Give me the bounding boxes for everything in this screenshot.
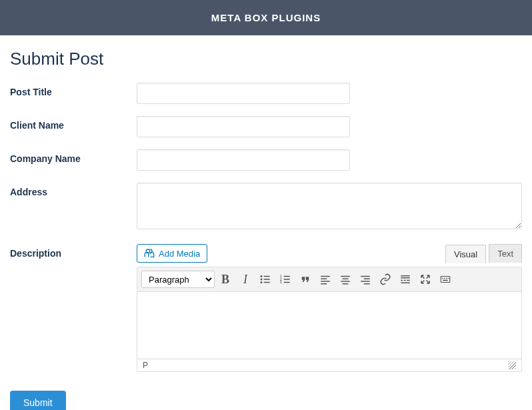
svg-rect-4 [264,279,270,280]
editor-toolbar: Paragraph B I 123 [137,267,521,292]
svg-rect-15 [321,281,330,282]
header-title: META BOX PLUGINS [211,12,321,23]
svg-rect-34 [446,278,447,279]
svg-point-5 [261,281,263,283]
post-title-input[interactable] [137,83,350,104]
align-right-icon [359,273,371,285]
page-title: Submit Post [10,49,522,69]
align-right-button[interactable] [356,270,375,289]
svg-rect-13 [321,276,330,277]
align-left-button[interactable] [316,270,335,289]
resize-handle[interactable] [508,361,516,369]
keyboard-icon [439,273,451,285]
svg-rect-23 [361,281,370,282]
editor-path: P [143,361,148,370]
svg-rect-25 [401,275,410,277]
svg-rect-33 [444,278,445,279]
bullet-list-icon [259,273,271,285]
svg-rect-30 [401,283,410,284]
svg-rect-27 [401,280,403,281]
media-icon [144,248,155,259]
italic-button[interactable]: I [236,270,255,289]
svg-rect-22 [364,279,370,280]
svg-rect-20 [343,283,349,285]
company-name-label: Company Name [10,149,137,164]
svg-rect-35 [448,278,449,279]
svg-rect-32 [442,278,443,279]
svg-rect-16 [321,283,327,285]
editor-status-bar: P [137,359,521,371]
svg-point-3 [261,279,263,281]
quote-icon [299,273,311,285]
link-icon [379,273,391,285]
align-center-button[interactable] [336,270,355,289]
blockquote-button[interactable] [296,270,315,289]
client-name-label: Client Name [10,116,137,131]
field-company-name: Company Name [10,149,522,171]
add-media-label: Add Media [159,249,200,259]
svg-text:3: 3 [280,280,282,284]
svg-rect-28 [404,280,406,281]
svg-point-1 [261,275,263,277]
fullscreen-button[interactable] [416,270,435,289]
main-content: Submit Post Post Title Client Name Compa… [0,35,532,410]
svg-rect-2 [264,276,270,277]
add-media-button[interactable]: Add Media [137,244,207,263]
submit-button[interactable]: Submit [10,391,66,410]
field-description: Description Add Media Visual Text Paragr… [10,244,522,372]
fullscreen-icon [419,273,431,285]
link-button[interactable] [376,270,395,289]
svg-rect-18 [343,279,349,280]
post-title-label: Post Title [10,83,137,97]
description-label: Description [10,244,137,259]
svg-rect-14 [321,279,327,280]
svg-rect-21 [361,276,370,277]
field-post-title: Post Title [10,83,522,104]
svg-rect-10 [284,279,290,280]
field-address: Address [10,183,522,232]
editor-content[interactable] [137,292,521,359]
numbered-list-icon: 123 [279,273,291,285]
bullet-list-button[interactable] [256,270,275,289]
tab-text[interactable]: Text [489,244,522,263]
address-textarea[interactable] [137,183,522,229]
svg-rect-26 [401,277,410,279]
svg-rect-36 [443,280,448,281]
svg-rect-29 [407,280,410,281]
insert-more-icon [399,273,411,285]
client-name-input[interactable] [137,116,350,137]
app-header: META BOX PLUGINS [0,0,532,35]
numbered-list-button[interactable]: 123 [276,270,295,289]
align-center-icon [339,273,351,285]
tab-visual[interactable]: Visual [445,245,486,263]
insert-more-button[interactable] [396,270,415,289]
company-name-input[interactable] [137,149,350,171]
editor-tabs: Visual Text [445,244,522,263]
svg-rect-6 [264,282,270,283]
svg-rect-17 [341,276,350,277]
field-client-name: Client Name [10,116,522,137]
svg-rect-31 [441,277,450,283]
bold-button[interactable]: B [216,270,235,289]
svg-rect-8 [284,276,290,277]
align-left-icon [319,273,331,285]
address-label: Address [10,183,137,197]
svg-rect-12 [284,282,290,283]
toolbar-toggle-button[interactable] [436,270,455,289]
format-select[interactable]: Paragraph [141,271,215,288]
svg-rect-24 [364,283,370,285]
rich-text-editor: Paragraph B I 123 [137,267,522,372]
svg-rect-19 [341,281,350,282]
